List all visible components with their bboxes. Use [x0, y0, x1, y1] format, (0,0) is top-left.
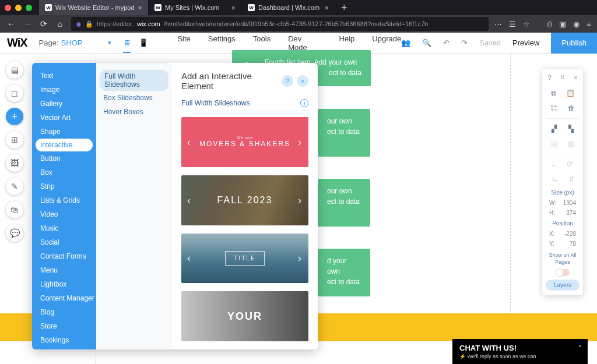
browser-tab[interactable]: W Wix Website Editor - mypod × [39, 0, 149, 15]
x-value[interactable]: -228 [564, 231, 576, 237]
arrange-back-icon[interactable]: ▚ [568, 125, 574, 133]
menu-devmode[interactable]: Dev Mode [288, 34, 321, 52]
mobile-icon[interactable]: 📱 [139, 38, 148, 47]
slideshow-template[interactable]: ‹ FALL 2023 › [181, 175, 308, 225]
reload-button[interactable]: ⟳ [38, 19, 49, 29]
help-icon[interactable]: ? [548, 75, 552, 81]
cat-shape[interactable]: Shape [32, 125, 96, 139]
cat-gallery[interactable]: Gallery [32, 97, 96, 111]
y-value[interactable]: 78 [570, 241, 576, 247]
h-value[interactable]: 374 [566, 210, 576, 216]
browser-tab[interactable]: W Dashboard | Wix.com × [242, 0, 335, 15]
close-icon[interactable]: × [138, 3, 143, 12]
apps-button[interactable]: ⊞ [6, 131, 23, 149]
cat-video[interactable]: Video [32, 207, 96, 221]
cat-menu[interactable]: Menu [32, 263, 96, 277]
delete-icon[interactable]: 🗑 [568, 104, 575, 112]
rotate-icon[interactable]: ⟁ [552, 160, 556, 168]
sub-full-width[interactable]: Full Width Slideshows [100, 70, 168, 91]
cat-blog[interactable]: Blog [32, 305, 96, 319]
add-button[interactable]: + [6, 108, 23, 125]
arrange-front-icon[interactable]: ▞ [552, 125, 557, 133]
desktop-icon[interactable]: 🖥 [123, 38, 131, 53]
background-button[interactable]: ◻ [6, 84, 23, 102]
align-right-icon[interactable]: ▥ [568, 140, 574, 148]
chat-widget[interactable]: CHAT WITH US! ⚡ We'll reply as soon as w… [452, 339, 588, 364]
back-button[interactable]: ← [6, 19, 16, 29]
slideshow-options[interactable]: ‹ We are MOVERS & SHAKERS › ‹ FALL 2023 … [181, 117, 308, 341]
bookmark-icon[interactable]: ☆ [523, 20, 530, 29]
paste-icon[interactable]: 📋 [566, 89, 575, 97]
store-button[interactable]: 🛍 [6, 201, 23, 218]
close-icon[interactable]: × [231, 3, 236, 12]
sub-box-slides[interactable]: Box Slideshows [96, 91, 172, 105]
new-tab-button[interactable]: + [335, 2, 353, 14]
align-left-icon[interactable]: ▤ [551, 140, 557, 148]
menu-settings[interactable]: Settings [208, 34, 236, 52]
copy-icon[interactable]: ⧉ [551, 89, 556, 97]
more-icon[interactable]: ⋯ [494, 20, 502, 29]
wix-logo[interactable]: WiX [7, 36, 27, 50]
menu-tools[interactable]: Tools [253, 34, 271, 52]
list-item-box[interactable]: our own ect to data [318, 109, 370, 157]
home-button[interactable]: ⌂ [55, 19, 65, 29]
cat-members[interactable]: Members [32, 347, 96, 349]
redo-icon[interactable]: ↷ [461, 38, 468, 47]
close-icon[interactable]: × [574, 75, 577, 81]
slideshow-template[interactable]: ‹ We are MOVERS & SHAKERS › [181, 117, 308, 167]
chevron-up-icon[interactable]: ˄ [578, 345, 582, 353]
help-button[interactable]: ? [282, 75, 293, 87]
page-selector[interactable]: Page: SHOP ▾ [39, 38, 112, 47]
menu-icon[interactable]: ≡ [587, 20, 591, 29]
publish-button[interactable]: Publish [551, 33, 597, 54]
preview-button[interactable]: Preview [512, 38, 539, 47]
undo-icon[interactable]: ↶ [443, 38, 449, 47]
cat-button[interactable]: Button [32, 151, 96, 165]
menu-help[interactable]: Help [339, 34, 355, 52]
close-icon[interactable]: × [325, 3, 329, 12]
duplicate-icon[interactable]: ⿻ [551, 104, 558, 112]
cat-strip[interactable]: Strip [32, 179, 96, 193]
url-input[interactable]: ◉ 🔒 https://editor.wix.com/html/editor/w… [71, 17, 489, 31]
w-value[interactable]: 1904 [563, 200, 576, 206]
cat-store[interactable]: Store [32, 319, 96, 333]
cat-vector[interactable]: Vector Art [32, 111, 96, 125]
menu-site[interactable]: Site [177, 34, 190, 52]
flip-v-icon[interactable]: ⇵ [568, 175, 574, 183]
reader-icon[interactable]: ☰ [509, 20, 516, 29]
cat-interactive[interactable]: Interactive [36, 139, 93, 151]
list-item-box[interactable]: our own ect to data [318, 179, 370, 227]
cat-text[interactable]: Text [32, 69, 96, 83]
forward-button[interactable]: → [22, 19, 33, 29]
cat-lists[interactable]: Lists & Grids [32, 193, 96, 207]
cat-music[interactable]: Music [32, 221, 96, 235]
pages-button[interactable]: ▤ [6, 61, 23, 79]
drag-handle-icon[interactable]: ⠿ [560, 75, 564, 81]
account-icon[interactable]: ◉ [573, 20, 580, 29]
sub-hover-boxes[interactable]: Hover Boxes [96, 105, 172, 119]
flip-h-icon[interactable]: ⇋ [552, 175, 557, 183]
cat-social[interactable]: Social [32, 235, 96, 249]
search-icon[interactable]: 🔍 [422, 38, 431, 47]
close-window[interactable] [5, 5, 11, 11]
list-item-box[interactable]: d your own ect to data [318, 249, 370, 296]
cat-content[interactable]: Content Manager [32, 291, 96, 305]
cat-image[interactable]: Image [32, 83, 96, 97]
slideshow-template[interactable]: ‹ TITLE › [181, 234, 308, 284]
layers-button[interactable]: Layers [546, 280, 580, 291]
info-icon[interactable]: i [300, 99, 308, 107]
maximize-window[interactable] [26, 5, 32, 11]
cat-bookings[interactable]: Bookings [32, 333, 96, 347]
minimize-window[interactable] [15, 5, 22, 11]
cat-contact[interactable]: Contact Forms [32, 249, 96, 263]
media-button[interactable]: 🖼 [6, 154, 23, 172]
collab-icon[interactable]: 👥 [401, 38, 410, 47]
close-panel-button[interactable]: × [297, 75, 308, 87]
blog-button[interactable]: ✎ [6, 178, 23, 195]
show-all-toggle[interactable] [556, 269, 570, 276]
cat-lightbox[interactable]: Lightbox [32, 277, 96, 291]
menu-upgrade[interactable]: Upgrade [372, 34, 401, 52]
slideshow-template[interactable]: YOUR [181, 291, 308, 341]
sidebar-icon[interactable]: ▣ [559, 20, 566, 29]
cat-box[interactable]: Box [32, 165, 96, 179]
